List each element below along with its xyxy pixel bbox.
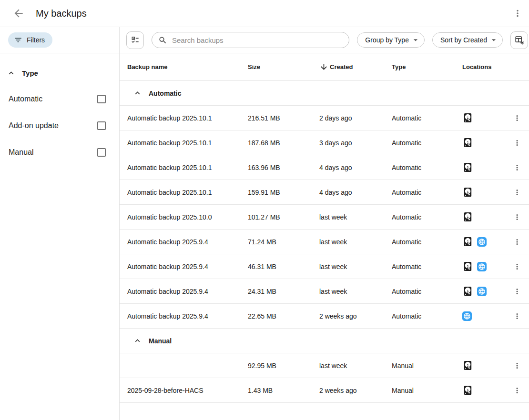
- location-icons: [462, 112, 505, 123]
- table-row[interactable]: Automatic backup 2025.9.471.24 MBlast we…: [120, 230, 529, 254]
- checkbox-unchecked[interactable]: [97, 95, 106, 103]
- type-option-automatic[interactable]: Automatic: [0, 86, 119, 112]
- checkbox-unchecked[interactable]: [97, 148, 106, 157]
- table-row[interactable]: Automatic backup 2025.9.424.31 MBlast we…: [120, 279, 529, 304]
- harddisk-icon: [462, 236, 473, 247]
- web-icon: [462, 311, 472, 321]
- type-section-header[interactable]: Type: [0, 66, 119, 80]
- back-button[interactable]: [12, 7, 25, 20]
- cell-backup-name: Automatic backup 2025.9.4: [120, 312, 248, 320]
- type-option-add-on-update[interactable]: Add-on update: [0, 112, 119, 139]
- group-header-manual[interactable]: Manual: [120, 329, 529, 353]
- row-menu-button[interactable]: [509, 159, 526, 176]
- column-header-created-label: Created: [330, 63, 353, 70]
- table-row[interactable]: Automatic backup 2025.10.1216.51 MB2 day…: [120, 106, 529, 130]
- group-by-button[interactable]: Group by Type: [357, 32, 425, 48]
- row-menu-button[interactable]: [509, 209, 526, 226]
- list-checks-icon: [131, 35, 140, 45]
- table-row[interactable]: Automatic backup 2025.9.446.31 MBlast we…: [120, 254, 529, 279]
- row-menu-button[interactable]: [509, 357, 526, 374]
- location-icons: [462, 211, 505, 222]
- cell-menu: [505, 110, 529, 127]
- column-header-name[interactable]: Backup name: [120, 63, 248, 70]
- selection-mode-button[interactable]: [126, 31, 144, 49]
- table-row[interactable]: Automatic backup 2025.9.422.65 MB2 weeks…: [120, 304, 529, 329]
- table-row[interactable]: Automatic backup 2025.10.1163.96 MB4 day…: [120, 155, 529, 180]
- harddisk-icon: [462, 360, 473, 371]
- type-option-manual[interactable]: Manual: [0, 139, 119, 166]
- row-menu-button[interactable]: [509, 233, 526, 250]
- menu-down-icon: [411, 35, 420, 45]
- column-header-type[interactable]: Type: [392, 63, 458, 70]
- location-icons: [462, 286, 505, 297]
- filters-button[interactable]: Filters: [8, 32, 52, 48]
- cell-locations: [458, 360, 505, 371]
- cell-menu: [505, 159, 529, 176]
- table-row[interactable]: Automatic backup 2025.10.1187.68 MB3 day…: [120, 130, 529, 155]
- row-menu-button[interactable]: [509, 283, 526, 300]
- cell-menu: [505, 283, 529, 300]
- cell-menu: [505, 134, 529, 151]
- cell-size: 216.51 MB: [248, 114, 319, 122]
- cell-menu: [505, 308, 529, 325]
- table-settings-button[interactable]: [510, 31, 528, 49]
- cell-created: 4 days ago: [319, 189, 392, 196]
- table-cog-icon: [514, 35, 525, 45]
- row-menu-button[interactable]: [509, 258, 526, 275]
- search-field[interactable]: [152, 32, 349, 48]
- cell-type: Automatic: [392, 312, 458, 320]
- dots-vertical-icon: [512, 8, 523, 19]
- filter-sidebar: Filters Type AutomaticAdd-on updateManua…: [0, 27, 120, 420]
- web-icon: [477, 237, 487, 247]
- page-overflow-menu-button[interactable]: [511, 7, 524, 20]
- cell-type: Automatic: [392, 213, 458, 221]
- filter-variant-icon: [14, 36, 22, 44]
- backups-page: My backups Filters Type AutomaticAdd-on …: [0, 0, 529, 420]
- table-row[interactable]: Automatic backup 2025.10.0101.27 MBlast …: [120, 205, 529, 230]
- row-menu-button[interactable]: [509, 308, 526, 325]
- filters-button-label: Filters: [27, 36, 45, 44]
- cell-size: 71.24 MB: [248, 238, 319, 246]
- cell-size: 1.43 MB: [248, 387, 319, 394]
- cell-locations: [458, 385, 505, 396]
- cell-locations: [458, 112, 505, 123]
- sort-by-button[interactable]: Sort by Created: [432, 32, 503, 48]
- cell-size: 159.91 MB: [248, 189, 319, 196]
- column-header-locations[interactable]: Locations: [458, 63, 505, 70]
- group-label: Manual: [149, 337, 172, 345]
- location-icons: [462, 385, 505, 396]
- cell-created: last week: [319, 213, 392, 221]
- cell-locations: [458, 211, 505, 222]
- table-row[interactable]: Automatic backup 2025.10.1159.91 MB4 day…: [120, 180, 529, 205]
- cell-size: 163.96 MB: [248, 164, 319, 171]
- checkbox-unchecked[interactable]: [97, 121, 106, 130]
- search-input[interactable]: [172, 36, 343, 44]
- cell-backup-name: 2025-09-28-before-HACS: [120, 387, 248, 394]
- group-header-automatic[interactable]: Automatic: [120, 81, 529, 106]
- location-icons: [462, 162, 505, 173]
- row-menu-button[interactable]: [509, 110, 526, 127]
- table-row[interactable]: 92.95 MBlast weekManual: [120, 353, 529, 378]
- cell-size: 101.27 MB: [248, 213, 319, 221]
- type-filter-section: Type AutomaticAdd-on updateManual: [0, 53, 119, 166]
- cell-locations: [458, 286, 505, 297]
- cell-created: 4 days ago: [319, 164, 392, 171]
- cell-backup-name: Automatic backup 2025.10.1: [120, 164, 248, 171]
- cell-size: 24.31 MB: [248, 288, 319, 295]
- row-menu-button[interactable]: [509, 184, 526, 201]
- type-option-label: Automatic: [9, 95, 42, 103]
- cell-type: Automatic: [392, 114, 458, 122]
- sort-desc-arrow-icon: [319, 62, 328, 71]
- cell-locations: [458, 187, 505, 198]
- cell-size: 22.65 MB: [248, 312, 319, 320]
- cell-type: Automatic: [392, 164, 458, 171]
- row-menu-button[interactable]: [509, 382, 526, 399]
- row-menu-button[interactable]: [509, 134, 526, 151]
- cell-locations: [458, 261, 505, 272]
- group-label: Automatic: [149, 90, 181, 97]
- search-icon: [158, 36, 167, 45]
- column-header-size[interactable]: Size: [248, 63, 319, 70]
- column-header-created[interactable]: Created: [319, 62, 392, 71]
- cell-backup-name: Automatic backup 2025.9.4: [120, 238, 248, 246]
- table-row[interactable]: 2025-09-28-before-HACS1.43 MB2 weeks ago…: [120, 378, 529, 403]
